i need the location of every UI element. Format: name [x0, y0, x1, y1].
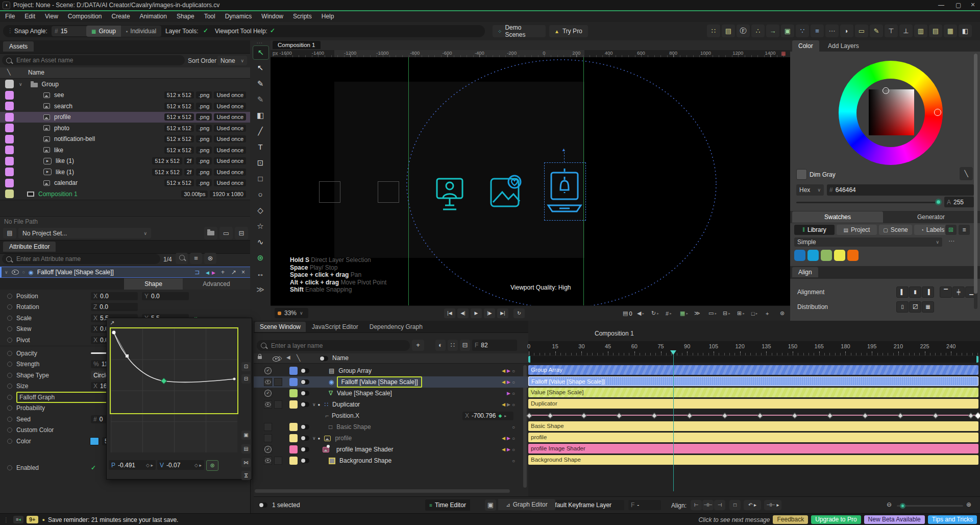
asset-color-swatch[interactable]: [5, 179, 14, 187]
falloff-curve[interactable]: [111, 328, 237, 452]
assets-tab[interactable]: Assets: [3, 41, 34, 52]
align-center-v-button[interactable]: ╪: [952, 287, 965, 298]
frame-counter[interactable]: ▤0: [623, 308, 632, 318]
tab-scene-window[interactable]: Scene Window: [255, 322, 306, 332]
library-swatch[interactable]: [821, 250, 832, 261]
folder-icon[interactable]: [204, 227, 217, 240]
attribute-search[interactable]: [2, 254, 160, 264]
keyframe-diamond[interactable]: [827, 413, 833, 418]
asset-color-swatch[interactable]: [5, 168, 14, 176]
filter-selected-icon[interactable]: ∷: [448, 340, 458, 351]
camera-tool[interactable]: ◧: [253, 109, 268, 122]
align-right-button[interactable]: ▐: [922, 287, 934, 298]
timeline-zoom-slider[interactable]: [897, 505, 963, 507]
layer-color-swatch[interactable]: [289, 457, 298, 465]
render-toggle[interactable]: [274, 400, 282, 409]
prev-keyframe-icon[interactable]: ◀: [502, 436, 505, 441]
asset-color-swatch[interactable]: [5, 91, 14, 100]
timeline-bar-profile-image-shader[interactable]: profile Image Shader: [528, 444, 978, 454]
distribute-v-button[interactable]: 〼: [909, 301, 921, 313]
status-button-upgrade-to-pro[interactable]: Upgrade to Pro: [811, 515, 861, 524]
overflow-icon[interactable]: ≫: [694, 308, 700, 318]
asset-row[interactable]: profile512 x 512.pngUsed once: [0, 112, 250, 123]
tab-shape[interactable]: Shape: [124, 278, 183, 290]
frame-all-icon[interactable]: Ⓕ: [737, 25, 750, 37]
arc-tool[interactable]: ∿: [253, 235, 268, 249]
audio-icon[interactable]: ◀▸: [637, 308, 644, 318]
clear-search-icon[interactable]: ⊗: [204, 253, 216, 264]
falloff-graph-editor[interactable]: [111, 328, 237, 452]
columns-icon[interactable]: ▥: [914, 25, 927, 37]
layer-row[interactable]: ✓▤Group Array◀▶○: [254, 365, 528, 376]
layer-color-swatch[interactable]: [289, 389, 298, 397]
pop-out-icon[interactable]: ↗: [231, 269, 236, 276]
layer-row[interactable]: ✓∇Value [Shape Scale]▶○: [254, 388, 528, 399]
timeline-bar-profile[interactable]: profile: [528, 433, 978, 442]
keyframe-diamond[interactable]: [548, 413, 553, 418]
timeline-bar-group-array[interactable]: Group Array: [528, 365, 978, 375]
viewport-tab-composition[interactable]: Composition 1: [273, 41, 321, 49]
asset-color-swatch[interactable]: [5, 189, 14, 198]
go-to-start-button[interactable]: |◀: [444, 308, 455, 318]
timeline-bar-basic-shape[interactable]: Basic Shape: [528, 421, 978, 431]
bounds-icon[interactable]: □▸: [751, 308, 757, 318]
eyedropper-button[interactable]: ╲: [960, 167, 973, 180]
attribute-header[interactable]: ∨ ○ ◉ Falloff [Value [Shape Scale]] ⊐ ◀ …: [0, 267, 250, 278]
select-tool[interactable]: ↖: [253, 45, 269, 60]
bounds-icon[interactable]: □: [729, 500, 741, 510]
menu-item-shape[interactable]: Shape: [177, 13, 194, 20]
library-tab-project[interactable]: ▤Project: [837, 225, 877, 235]
timeline-composition-label[interactable]: Composition 1: [595, 330, 634, 337]
menu-item-help[interactable]: Help: [322, 13, 334, 20]
timeline-frame-field[interactable]: F-: [628, 500, 661, 510]
expand-caret-icon[interactable]: ∨: [312, 436, 316, 441]
graph-v-field[interactable]: V-0.07 ◇ ▸: [157, 460, 204, 470]
enabled-check-toggle[interactable]: [264, 434, 272, 442]
align-center-h-button[interactable]: ▮: [909, 287, 921, 298]
message-count-badge[interactable]: 9+: [27, 516, 38, 523]
solo-window-button[interactable]: ▣: [485, 499, 496, 511]
pop-out-icon[interactable]: ↗: [110, 320, 114, 326]
next-keyframe-icon[interactable]: ▶: [507, 391, 510, 396]
scatter-icon[interactable]: ∴: [751, 25, 765, 37]
horizontal-scrollbar[interactable]: [255, 489, 510, 493]
tab-javascript-editor[interactable]: JavaScript Editor: [307, 322, 363, 332]
align-bottom-icon[interactable]: ⊥: [899, 25, 913, 37]
draw-icon[interactable]: ✎: [870, 25, 883, 37]
frame-icon[interactable]: ▭: [219, 227, 233, 240]
hue-marker[interactable]: [934, 109, 941, 116]
align-right-keys-icon[interactable]: ⊣: [714, 500, 725, 510]
motion-path-icon[interactable]: →: [766, 25, 779, 37]
tab-add-layers[interactable]: Add Layers: [822, 40, 865, 52]
asset-color-swatch[interactable]: [5, 124, 14, 132]
copy-icon[interactable]: ▣: [241, 431, 251, 440]
layer-tools-check-icon[interactable]: ✓: [203, 27, 208, 34]
ease-icon[interactable]: ↶ ▸: [744, 500, 761, 510]
distribute-h-button[interactable]: ▯: [896, 301, 909, 313]
menu-item-file[interactable]: File: [5, 13, 15, 20]
keyframe-diamond[interactable]: [863, 413, 868, 418]
layer-row[interactable]: ◉Falloff [Value [Shape Scale]]◀▶○: [254, 376, 528, 388]
trash-icon[interactable]: ⊟: [235, 227, 248, 240]
viewport-canvas[interactable]: ▲ Hold S Direct Layer SelectionSpace Pla…: [271, 57, 790, 305]
current-color-swatch[interactable]: [796, 169, 807, 180]
layer-toggle[interactable]: [301, 447, 309, 452]
pin-icon[interactable]: +: [221, 269, 225, 276]
scrollbar[interactable]: [974, 54, 977, 309]
menu-item-scripts[interactable]: Scripts: [293, 13, 312, 20]
zoom-in-icon[interactable]: ⊕: [966, 501, 971, 508]
visibility-eye-toggle[interactable]: [264, 457, 272, 465]
tab-swatches[interactable]: Swatches: [792, 211, 883, 223]
time-editor-button[interactable]: ≡Time Editor: [425, 499, 470, 511]
keyframe-diamond-icon[interactable]: ◆: [498, 413, 502, 418]
color-swatch[interactable]: [90, 437, 99, 445]
next-keyframe-icon[interactable]: ▶: [507, 402, 510, 407]
graph-p-field[interactable]: P-0.491 ◇ ▸: [109, 460, 156, 470]
previous-frame-button[interactable]: ◀|: [457, 308, 469, 318]
render-toggle[interactable]: [274, 378, 282, 386]
playhead-line[interactable]: [673, 354, 674, 491]
next-keyframe-icon[interactable]: ▶: [507, 436, 510, 441]
align-left-button[interactable]: ▌: [896, 287, 909, 298]
enabled-check-toggle[interactable]: ✓: [264, 367, 272, 375]
split-icon[interactable]: ⊟▸: [723, 308, 730, 318]
